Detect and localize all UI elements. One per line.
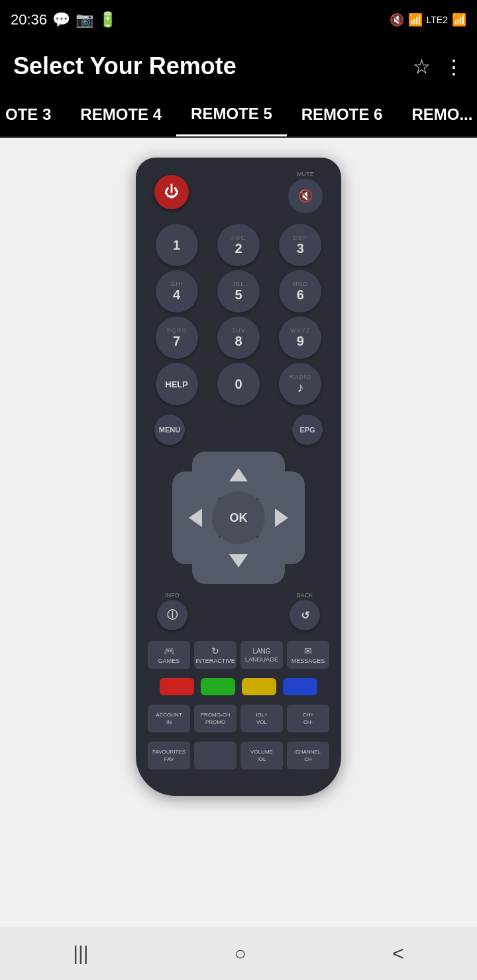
games-button[interactable]: 🎮 GAMES (148, 641, 190, 669)
yellow-button[interactable] (242, 678, 276, 695)
language-button[interactable]: LANG LANGUAGE (240, 641, 283, 669)
screenshot-icon: 📷 (76, 11, 93, 28)
nav-cluster: OK (172, 452, 305, 584)
app-bar-icons: ☆ ⋮ (413, 55, 464, 78)
info-label: INFO (165, 592, 180, 599)
arrow-left-icon (189, 509, 202, 527)
num-btn-4[interactable]: GHI 4 (156, 270, 198, 313)
num-btn-0[interactable]: 0 (217, 363, 260, 405)
remote-control: ⏻ MUTE 🔇 1 ABC 2 DEF 3 GHI 4 (136, 158, 341, 796)
status-bar: 20:36 💬 📷 🔋 🔇 📶 LTE2 📶 (0, 0, 477, 40)
tab-remote7[interactable]: REMO... (397, 93, 477, 136)
info-button[interactable]: ⓘ (157, 600, 187, 630)
message-icon: 💬 (52, 11, 70, 28)
power-button[interactable]: ⏻ (154, 175, 189, 209)
wifi-icon: 📶 (408, 13, 423, 27)
color-buttons-row (148, 678, 329, 695)
games-icon: 🎮 (164, 646, 175, 656)
lte-icon: LTE2 (427, 15, 448, 25)
green-button[interactable] (201, 678, 235, 695)
num-btn-7[interactable]: PQRS 7 (156, 317, 198, 359)
interactive-icon: ↻ (211, 646, 219, 656)
num-btn-8[interactable]: TUV 8 (217, 317, 260, 359)
main-content: ⏻ MUTE 🔇 1 ABC 2 DEF 3 GHI 4 (0, 138, 477, 980)
status-time: 20:36 (11, 11, 47, 28)
tab-bar: OTE 3 REMOTE 4 REMOTE 5 REMOTE 6 REMO... (0, 93, 477, 138)
status-left: 20:36 💬 📷 🔋 (11, 11, 117, 28)
interactive-button[interactable]: ↻ INTERACTIVE (194, 641, 237, 669)
mute-label: MUTE (297, 171, 314, 177)
account-button[interactable]: ACCOUNT IN (148, 705, 190, 732)
page-title: Select Your Remote (13, 52, 237, 80)
messages-button[interactable]: ✉ MESSAGES (287, 641, 329, 669)
num-btn-3[interactable]: DEF 3 (279, 224, 321, 266)
status-right: 🔇 📶 LTE2 📶 (390, 13, 466, 27)
battery-icon: 🔋 (99, 11, 117, 28)
back-button[interactable]: ↺ (290, 600, 320, 630)
bottom-func-row2: FAVOURITES FAV VOLUME IOL CHANNEL CH (148, 742, 329, 769)
mute-status-icon: 🔇 (390, 13, 404, 27)
func-buttons-row: 🎮 GAMES ↻ INTERACTIVE LANG LANGUAGE ✉ ME… (148, 641, 329, 669)
tab-remote4[interactable]: REMOTE 4 (66, 93, 176, 136)
ch-button[interactable]: CH+ CH- (287, 705, 329, 732)
num-btn-9[interactable]: WXYZ 9 (279, 317, 321, 359)
tab-remote5[interactable]: REMOTE 5 (176, 93, 287, 136)
num-btn-1[interactable]: 1 (156, 224, 198, 266)
favourites-button[interactable]: FAVOURITES FAV (148, 742, 190, 769)
epg-button[interactable]: EPG (292, 415, 323, 445)
ok-button[interactable]: OK (212, 491, 265, 544)
messages-icon: ✉ (304, 646, 312, 656)
language-icon: LANG (252, 648, 270, 655)
blue-button[interactable] (283, 678, 317, 695)
help-button[interactable]: HELP (156, 363, 198, 405)
tab-remote6[interactable]: REMOTE 6 (287, 93, 398, 136)
back-label: BACK (297, 592, 313, 599)
mute-button[interactable]: 🔇 (288, 179, 323, 213)
tab-remote3[interactable]: OTE 3 (0, 93, 66, 136)
promo-ch-button[interactable]: PROMO-CH PROMO (194, 705, 237, 732)
num-btn-6[interactable]: MNO 6 (279, 270, 321, 313)
home-button[interactable]: ○ (215, 936, 266, 971)
arrow-right-icon (275, 509, 288, 527)
bottom-func-row1: ACCOUNT IN PROMO-CH PROMO IOL+ VOL CH+ C… (148, 705, 329, 732)
favorite-button[interactable]: ☆ (413, 55, 431, 78)
numpad: 1 ABC 2 DEF 3 GHI 4 JKL 5 MNO 6 (148, 224, 329, 405)
num-btn-2[interactable]: ABC 2 (217, 224, 260, 266)
nav-down-button[interactable] (192, 538, 285, 584)
recent-apps-button[interactable]: ||| (53, 936, 108, 971)
signal-icon: 📶 (452, 13, 466, 27)
vol-button[interactable]: IOL+ VOL (240, 705, 283, 732)
channel-btn[interactable]: CHANNEL CH (287, 742, 329, 769)
bottom-nav-bar: ||| ○ < (0, 927, 477, 980)
num-btn-5[interactable]: JKL 5 (217, 270, 260, 313)
volume-btn[interactable]: VOLUME IOL (240, 742, 283, 769)
arrow-up-icon (229, 468, 248, 481)
radio-button[interactable]: RADIO ♪ (279, 363, 321, 405)
red-button[interactable] (160, 678, 194, 695)
mute-icon: 🔇 (298, 189, 313, 203)
more-options-button[interactable]: ⋮ (444, 55, 464, 78)
arrow-down-icon (229, 554, 248, 567)
app-bar: Select Your Remote ☆ ⋮ (0, 40, 477, 93)
back-nav-button[interactable]: < (372, 936, 424, 971)
bottom-btn2[interactable] (194, 742, 237, 769)
menu-button[interactable]: MENU (154, 415, 185, 445)
